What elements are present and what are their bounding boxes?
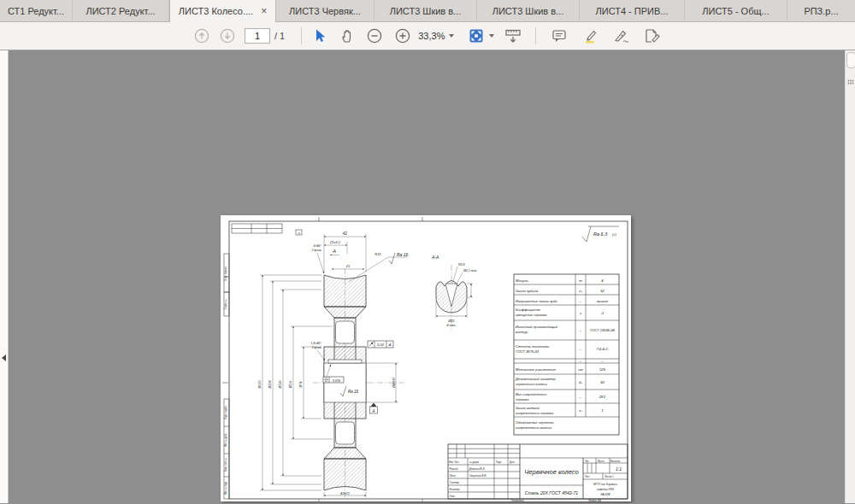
tab-label: ЛИСТ4 - ПРИВ...: [596, 6, 669, 16]
titleblock-header: Подп.: [496, 460, 502, 464]
aa-holes-count: 4 отв.: [447, 324, 457, 327]
tab-rpz[interactable]: РПЗ.р...: [787, 0, 855, 21]
tab-list3-shkiv1[interactable]: ЛИСТ3 Шкив в...: [374, 0, 477, 21]
arrow-down-circle-icon: [219, 27, 236, 44]
param-name: Исходный производящий: [516, 325, 558, 329]
close-icon[interactable]: ×: [261, 6, 267, 16]
param-value: ZK1: [598, 395, 606, 399]
param-symbol: –: [579, 299, 582, 303]
zone-stamp-label: Подп. и дата: [224, 406, 227, 419]
page-number-input[interactable]: [245, 28, 270, 44]
comment-tool-button[interactable]: [549, 26, 569, 46]
param-value: 50: [600, 380, 604, 384]
chamfer-note: 1,6×45°: [310, 342, 321, 345]
section-letter: А: [332, 249, 336, 254]
param-value: -1: [601, 311, 604, 315]
param-symbol: aw: [578, 367, 583, 372]
param-value: 52: [600, 289, 604, 293]
chamfer-note: 2 фаски: [311, 249, 322, 252]
fit-page-dropdown[interactable]: [468, 27, 494, 44]
toolbar: / 1 33,3%: [0, 22, 855, 50]
tab-list3-shkiv2[interactable]: ЛИСТ3 Шкив в...: [477, 0, 580, 21]
param-symbol: z₁: [578, 408, 582, 413]
zoom-in-button[interactable]: [392, 26, 413, 46]
chevron-down-icon: [489, 34, 494, 38]
param-name: Число витков: [516, 406, 540, 410]
scroll-widget-icon[interactable]: [847, 73, 854, 89]
dim-diameter: Ø208: [268, 381, 272, 390]
next-page-button[interactable]: [217, 26, 238, 46]
zone-stamps: Перв. примен. Справ. № Подп. и дата Инв.…: [224, 254, 229, 499]
aa-holes-diameter: Ø21: [447, 319, 455, 323]
zoom-level-dropdown[interactable]: 33,3%: [418, 31, 454, 41]
edit-pdf-button[interactable]: [642, 26, 663, 46]
collapse-pane-arrow-icon[interactable]: [2, 355, 6, 361]
previous-page-button[interactable]: [192, 26, 212, 46]
tab-label: ЛИСТ3 Колесо....: [179, 6, 253, 16]
param-value: 125: [599, 367, 606, 372]
scrollbar-thumb[interactable]: [846, 52, 855, 68]
highlight-tool-button[interactable]: [581, 26, 601, 46]
select-tool-button[interactable]: [310, 26, 330, 46]
tab-list3-chervyak[interactable]: ЛИСТ3 Червяк...: [276, 0, 374, 21]
footer-format-label: Формат А3: [588, 499, 601, 501]
marker-letter: а: [298, 231, 300, 235]
page-total-label: / 1: [274, 31, 285, 41]
tab-bar: СТ1 Редукт... ЛИСТ2 Редукт... ЛИСТ3 Коле…: [0, 0, 855, 22]
param-name: Коэффициент: [516, 308, 540, 312]
param-name: червяка: [516, 397, 529, 401]
param-symbol: –: [579, 328, 582, 332]
comment-bubble-icon: [551, 27, 568, 44]
tab-label: РПЗ.р...: [804, 6, 838, 16]
titleblock-header: Лит.: [585, 460, 589, 463]
tab-list2[interactable]: ЛИСТ2 Редукт...: [73, 0, 169, 21]
titleblock-header: Масштаб: [610, 460, 621, 463]
titleblock-name: Демичев В.Э.: [469, 467, 486, 471]
param-name: Межосевое расстояние: [516, 367, 557, 372]
param-value: 7-6-6-С: [596, 347, 609, 351]
tab-list5-obsh[interactable]: ЛИСТ5 - Общ...: [685, 0, 787, 21]
fill-sign-button[interactable]: [611, 26, 632, 46]
dim-diameter: Ø190: [279, 381, 282, 390]
dim-radius: R21: [374, 252, 380, 256]
param-name: сопряженного червяка: [516, 411, 554, 415]
plus-circle-icon: [394, 27, 411, 44]
titleblock-sheets: Листов 1: [604, 475, 614, 478]
tab-label: ЛИСТ5 - Общ...: [702, 6, 769, 16]
page-display-button[interactable]: [503, 26, 523, 46]
main-section-view: Ø220 Ø208 Ø190 Ø116 Ø74 42 21±0,1 А: [258, 231, 409, 497]
organization-line: кафедра РК3: [597, 488, 614, 491]
cursor-arrow-icon: [311, 27, 328, 44]
param-symbol: m: [579, 278, 582, 283]
titleblock-role: Утв.: [450, 495, 456, 498]
titleblock-header: Дата: [510, 460, 515, 464]
arrow-up-circle-icon: [193, 27, 210, 44]
zoom-out-button[interactable]: [364, 26, 385, 46]
signature-pen-icon: [612, 27, 631, 44]
roughness-ra16: Ra 16: [348, 390, 359, 394]
aa-radius-label: R0,8: [458, 263, 465, 267]
drawing-scale: 1:1: [616, 466, 622, 472]
vertical-scrollbar[interactable]: [845, 50, 855, 503]
document-material: Сталь 20Х ГОСТ 4543-71: [525, 490, 579, 495]
chamfer-notes: 3×45° 2 фаски 1,6×45° 2 фаски: [310, 244, 325, 360]
tab-label: ЛИСТ3 Шкив в...: [390, 6, 462, 16]
tab-label: ЛИСТ2 Редукт...: [86, 6, 155, 16]
tab-list3-kolesso[interactable]: ЛИСТ3 Колесо.... ×: [169, 0, 276, 22]
param-name: контур: [516, 330, 528, 334]
chamfer-note: 2 фаски: [311, 346, 322, 349]
document-title: Червячное колесо: [524, 468, 578, 476]
document-page[interactable]: а Перв. примен. Справ. № Подп. и дата Ин…: [221, 215, 631, 501]
tab-list1[interactable]: СТ1 Редукт...: [0, 0, 73, 21]
general-roughness-mark: Ra 6,3 (√): [582, 226, 619, 242]
hand-tool-button[interactable]: [337, 26, 357, 46]
param-name: Делительный диаметр: [515, 377, 557, 381]
titleblock-role: Т.контр.: [450, 481, 460, 484]
titleblock-role: Пров.: [450, 474, 457, 478]
chamfer-note: 3×45°: [313, 244, 321, 248]
tab-label: ЛИСТ3 Червяк...: [289, 6, 361, 16]
runout-value: 0,02: [377, 343, 385, 347]
highlighter-icon: [582, 27, 599, 44]
toolbar-divider: [301, 27, 302, 44]
tab-list4-privod[interactable]: ЛИСТ4 - ПРИВ...: [580, 0, 685, 21]
